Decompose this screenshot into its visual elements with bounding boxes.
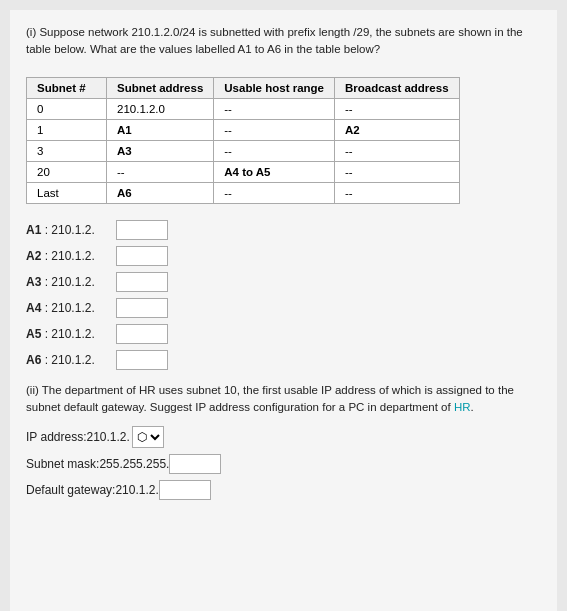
table-cell-2-usable: -- bbox=[214, 140, 335, 161]
answer-label-a5: A5 : 210.1.2. bbox=[26, 327, 116, 341]
answer-label-a4: A4 : 210.1.2. bbox=[26, 301, 116, 315]
table-cell-4-address: A6 bbox=[107, 182, 214, 203]
gateway-row: Default gateway: 210.1.2. bbox=[26, 480, 541, 500]
col-header-broadcast: Broadcast address bbox=[334, 77, 459, 98]
table-cell-0-address: 210.1.2.0 bbox=[107, 98, 214, 119]
table-cell-0-usable: -- bbox=[214, 98, 335, 119]
gateway-label: Default gateway: bbox=[26, 483, 115, 497]
table-cell-1-address: A1 bbox=[107, 119, 214, 140]
table-cell-4-usable: -- bbox=[214, 182, 335, 203]
table-cell-2-address: A3 bbox=[107, 140, 214, 161]
col-header-address: Subnet address bbox=[107, 77, 214, 98]
table-cell-1-subnet: 1 bbox=[27, 119, 107, 140]
answer-row-a6: A6 : 210.1.2. bbox=[26, 350, 541, 370]
ip-label: IP address: bbox=[26, 430, 86, 444]
table-cell-0-subnet: 0 bbox=[27, 98, 107, 119]
ip-select[interactable]: ⬡ bbox=[132, 426, 164, 448]
subnet-input[interactable] bbox=[169, 454, 221, 474]
table-cell-3-address: -- bbox=[107, 161, 214, 182]
answer-row-a5: A5 : 210.1.2. bbox=[26, 324, 541, 344]
subnet-table: Subnet # Subnet address Usable host rang… bbox=[26, 77, 460, 204]
table-cell-4-subnet: Last bbox=[27, 182, 107, 203]
gateway-prefix: 210.1.2. bbox=[115, 483, 158, 497]
page: (i) Suppose network 210.1.2.0/24 is subn… bbox=[10, 10, 557, 611]
table-cell-4-broadcast: -- bbox=[334, 182, 459, 203]
table-cell-2-broadcast: -- bbox=[334, 140, 459, 161]
answer-row-a4: A4 : 210.1.2. bbox=[26, 298, 541, 318]
table-cell-3-broadcast: -- bbox=[334, 161, 459, 182]
table-cell-3-subnet: 20 bbox=[27, 161, 107, 182]
col-header-usable: Usable host range bbox=[214, 77, 335, 98]
table-cell-1-broadcast: A2 bbox=[334, 119, 459, 140]
answer-row-a2: A2 : 210.1.2. bbox=[26, 246, 541, 266]
answer-row-a1: A1 : 210.1.2. bbox=[26, 220, 541, 240]
ip-prefix: 210.1.2. bbox=[86, 430, 129, 444]
answer-row-a3: A3 : 210.1.2. bbox=[26, 272, 541, 292]
answer-input-a5[interactable] bbox=[116, 324, 168, 344]
answer-input-a2[interactable] bbox=[116, 246, 168, 266]
answer-input-a4[interactable] bbox=[116, 298, 168, 318]
intro-text: (i) Suppose network 210.1.2.0/24 is subn… bbox=[26, 24, 541, 59]
subnet-label: Subnet mask: bbox=[26, 457, 99, 471]
table-cell-1-usable: -- bbox=[214, 119, 335, 140]
subnet-mask-row: Subnet mask: 255.255.255. bbox=[26, 454, 541, 474]
subnet-prefix: 255.255.255. bbox=[99, 457, 169, 471]
answer-label-a6: A6 : 210.1.2. bbox=[26, 353, 116, 367]
table-cell-0-broadcast: -- bbox=[334, 98, 459, 119]
ip-address-row: IP address: 210.1.2. ⬡ bbox=[26, 426, 541, 448]
gateway-input[interactable] bbox=[159, 480, 211, 500]
answer-label-a3: A3 : 210.1.2. bbox=[26, 275, 116, 289]
answer-input-a1[interactable] bbox=[116, 220, 168, 240]
table-cell-3-usable: A4 to A5 bbox=[214, 161, 335, 182]
table-cell-2-subnet: 3 bbox=[27, 140, 107, 161]
section2-text: (ii) The department of HR uses subnet 10… bbox=[26, 382, 541, 417]
answer-input-a6[interactable] bbox=[116, 350, 168, 370]
col-header-subnet: Subnet # bbox=[27, 77, 107, 98]
answer-label-a1: A1 : 210.1.2. bbox=[26, 223, 116, 237]
answer-input-a3[interactable] bbox=[116, 272, 168, 292]
answer-label-a2: A2 : 210.1.2. bbox=[26, 249, 116, 263]
